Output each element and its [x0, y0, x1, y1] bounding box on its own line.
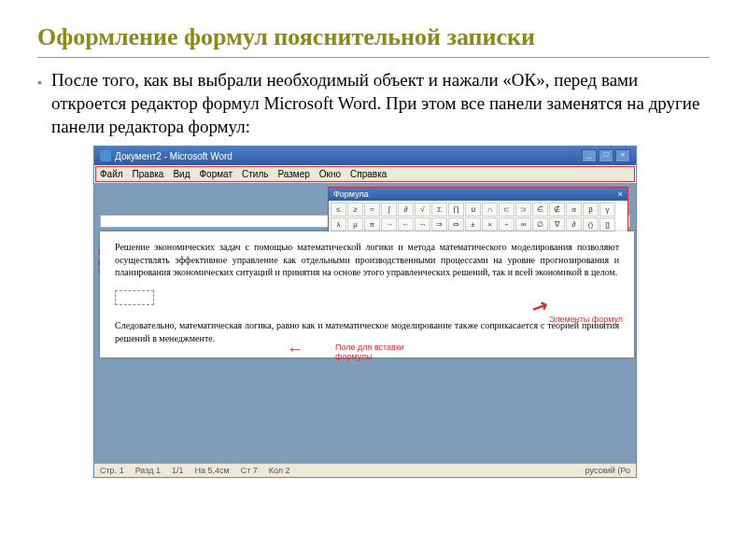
status-pages: 1/1	[172, 466, 184, 475]
formula-symbol-button[interactable]: ∞	[515, 217, 531, 231]
formula-toolbar-title: Формула	[333, 189, 369, 199]
slide-title: Оформление формул пояснительной записки	[37, 22, 710, 51]
status-col: Кол 2	[269, 466, 290, 475]
formula-symbol-button[interactable]: ←	[398, 217, 414, 231]
menu-help[interactable]: Справка	[350, 169, 387, 179]
paragraph-1: Решение экономических задач с помощью ма…	[115, 241, 619, 279]
bullet-text: После того, как вы выбрали необходимый о…	[51, 69, 710, 138]
word-icon	[100, 150, 111, 161]
annotation-elements: Элементы формул	[548, 315, 623, 325]
formula-symbol-button[interactable]: Σ	[431, 203, 447, 217]
menu-style[interactable]: Стиль	[242, 169, 268, 179]
window-titlebar: Документ2 - Microsoft Word _ □ ×	[94, 147, 636, 165]
formula-symbol-button[interactable]: ≥	[347, 203, 363, 217]
document-area: Формула × ≤≥≈∫∂√Σ∏∪∩⊂⊃∈∉αβγλμπ→←↔⇒⇔±×÷∞∅…	[94, 183, 636, 463]
menu-file[interactable]: Файл	[100, 169, 123, 179]
status-page: Стр. 1	[100, 466, 124, 475]
formula-symbol-button[interactable]: β	[583, 203, 599, 217]
formula-symbol-button[interactable]: ∩	[482, 203, 498, 217]
formula-symbol-button[interactable]: ∈	[532, 203, 548, 217]
statusbar: Стр. 1 Разд 1 1/1 На 5,4см Ст 7 Кол 2 ру…	[94, 463, 636, 477]
status-line: Ст 7	[241, 466, 258, 475]
formula-symbol-button[interactable]: ×	[482, 217, 498, 231]
formula-symbol-button[interactable]: π	[364, 217, 380, 231]
bullet-item: ▪ После того, как вы выбрали необходимый…	[37, 69, 710, 138]
menu-window[interactable]: Окно	[319, 169, 341, 179]
formula-symbol-button[interactable]: ÷	[499, 217, 514, 231]
formula-symbol-button[interactable]: ⇔	[448, 217, 464, 231]
menu-format[interactable]: Формат	[199, 169, 233, 179]
formula-symbol-button[interactable]: ∏	[448, 203, 464, 217]
formula-symbol-button[interactable]: ↔	[415, 217, 430, 231]
document-page: Решение экономических задач с помощью ма…	[100, 231, 634, 357]
formula-symbol-button[interactable]: α	[566, 203, 582, 217]
annotation-field: Поле для вставки формулы	[335, 343, 419, 362]
formula-symbol-button[interactable]: []	[599, 217, 615, 231]
status-section: Разд 1	[135, 466, 161, 475]
formula-symbol-button[interactable]: ±	[465, 217, 481, 231]
menu-size[interactable]: Размер	[277, 169, 309, 179]
formula-symbol-button[interactable]: ∫	[381, 203, 397, 217]
formula-insert-field[interactable]	[115, 290, 154, 305]
formula-symbol-button[interactable]: ⇒	[431, 217, 447, 231]
formula-symbol-button[interactable]: ⊂	[499, 203, 514, 217]
formula-symbol-button[interactable]: ≤	[331, 203, 346, 217]
menu-view[interactable]: Вид	[173, 169, 190, 179]
formula-toolbar-close[interactable]: ×	[618, 189, 623, 199]
status-lang: русский (Ро	[585, 466, 630, 475]
formula-symbol-button[interactable]: ∅	[532, 217, 548, 231]
minimize-button[interactable]: _	[582, 149, 597, 162]
formula-symbol-button[interactable]: ∇	[549, 217, 565, 231]
formula-symbol-button[interactable]: ≈	[364, 203, 380, 217]
formula-symbol-button[interactable]: μ	[347, 217, 363, 231]
formula-symbol-button[interactable]: ⊃	[515, 203, 531, 217]
menubar: Файл Правка Вид Формат Стиль Размер Окно…	[95, 166, 635, 182]
formula-symbol-button[interactable]: √	[415, 203, 430, 217]
maximize-button[interactable]: □	[599, 149, 613, 162]
formula-symbol-button[interactable]: ∂	[566, 217, 582, 231]
formula-symbol-button[interactable]: ∉	[549, 203, 565, 217]
formula-symbol-button[interactable]: λ	[331, 217, 346, 231]
menu-edit[interactable]: Правка	[133, 169, 164, 179]
word-window-screenshot: Документ2 - Microsoft Word _ □ × Файл Пр…	[93, 146, 637, 478]
arrow-icon: ←	[287, 340, 303, 359]
window-title-text: Документ2 - Microsoft Word	[115, 151, 233, 161]
close-button[interactable]: ×	[615, 149, 630, 162]
paragraph-2: Следовательно, математическая логика, ра…	[115, 319, 619, 344]
formula-symbol-button[interactable]: →	[381, 217, 397, 231]
title-underline	[37, 57, 710, 58]
bullet-marker: ▪	[37, 75, 42, 90]
formula-symbol-button[interactable]: γ	[599, 203, 615, 217]
formula-symbol-button[interactable]: ∪	[465, 203, 481, 217]
status-position: На 5,4см	[194, 466, 229, 475]
formula-symbol-button[interactable]: ∂	[398, 203, 414, 217]
formula-symbol-button[interactable]: ()	[583, 217, 599, 231]
